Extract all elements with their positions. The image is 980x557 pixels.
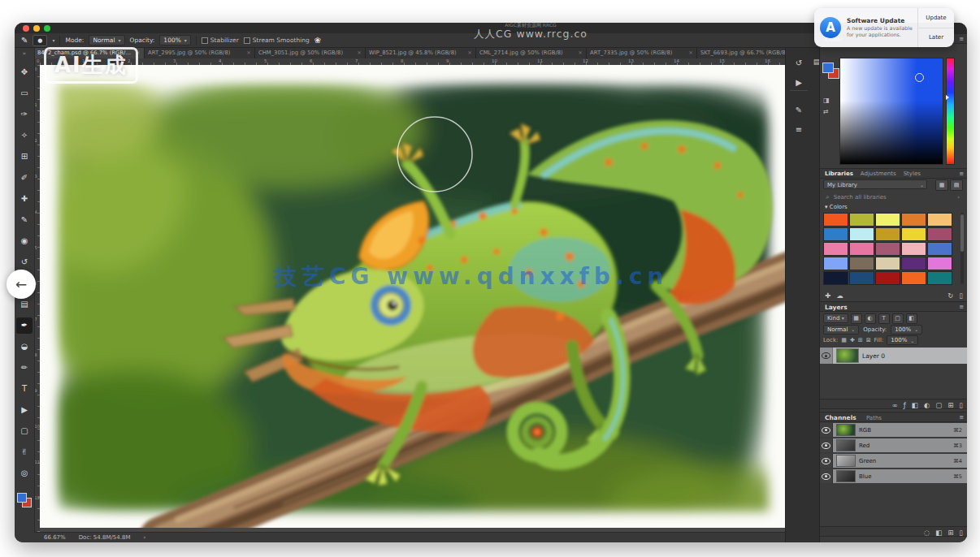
hand-tool[interactable]: ✌ [16, 444, 33, 460]
actions-icon[interactable]: ▶ [791, 76, 807, 90]
library-search[interactable]: ⌕ Search all libraries › [823, 192, 965, 202]
filter-kind-select[interactable]: Kind ▾ [823, 313, 848, 323]
clone-stamp-tool[interactable]: ◉ [16, 233, 33, 249]
document-tab[interactable]: SKT_6693.jpg @ 66.7% (RGB/8) *× [697, 48, 785, 58]
mask-icon[interactable]: ◧ [912, 400, 918, 411]
hue-slider[interactable] [946, 58, 955, 165]
scrollbar[interactable] [960, 213, 964, 284]
zoom-level[interactable]: 66.67% [44, 534, 66, 541]
history-icon[interactable]: ↺ [791, 56, 807, 71]
back-button[interactable]: ← [7, 270, 36, 299]
lock-all-icon[interactable]: ⊠ [866, 337, 871, 343]
crop-tool[interactable]: ⊞ [16, 149, 33, 165]
channel-row-rgb[interactable]: RGB⌘2 [820, 423, 967, 437]
channel-visibility-toggle[interactable] [820, 454, 833, 468]
close-icon[interactable]: × [578, 48, 583, 58]
notification-popup[interactable]: A Software Update A new update is availa… [814, 8, 954, 47]
document-tab[interactable]: ART_2995.jpg @ 50% (RGB/8)× [145, 48, 255, 58]
gradient-tool[interactable]: ▤ [16, 296, 33, 313]
new-channel-icon[interactable]: ⊞ [947, 528, 953, 538]
channel-row-green[interactable]: Green⌘4 [820, 454, 967, 468]
document-tab[interactable]: ART_7335.jpg @ 50% (RGB/8)× [587, 48, 697, 58]
marquee-tool[interactable]: ▭ [16, 85, 33, 101]
filter-adjustment-icon[interactable]: ◐ [865, 313, 876, 324]
smoothing-checkbox[interactable]: Stream Smoothing [244, 37, 310, 44]
layer-row[interactable]: Layer 0 [820, 348, 967, 364]
close-icon[interactable]: × [688, 48, 693, 58]
close-window-button[interactable] [23, 25, 29, 32]
chameleon-painting[interactable] [40, 65, 785, 528]
foreground-color-chip[interactable] [17, 493, 27, 503]
properties-icon[interactable]: ≡ [791, 123, 807, 137]
chevron-right-icon[interactable]: › [957, 192, 960, 202]
healing-brush-tool[interactable]: ✚ [16, 191, 33, 207]
sync-icon[interactable]: ↻ [947, 291, 953, 300]
document-tab[interactable]: CHM_3051.jpg @ 50% (RGB/8)× [255, 48, 366, 58]
channel-row-red[interactable]: Red⌘3 [820, 438, 967, 452]
move-tool[interactable]: ✥ [16, 64, 33, 80]
link-icon[interactable]: ∞ [892, 400, 898, 411]
library-select[interactable]: My Library ⌄ [823, 179, 927, 189]
zoom-tool[interactable]: ◎ [16, 465, 33, 481]
layer-fill-select[interactable]: 100% ⌄ [887, 335, 918, 345]
color-swatch[interactable] [901, 257, 926, 270]
filter-shape-icon[interactable]: ▢ [892, 313, 904, 324]
filter-smart-icon[interactable]: ◧ [906, 313, 917, 324]
later-button[interactable]: Later [918, 28, 954, 48]
delete-icon[interactable]: ▯ [959, 291, 963, 300]
color-swatch[interactable] [901, 213, 926, 227]
type-tool[interactable]: T [16, 381, 33, 397]
lock-transparency-icon[interactable]: ▦ [841, 337, 847, 343]
swap-colors-icon[interactable]: ⇄ [823, 108, 829, 115]
layer-visibility-toggle[interactable] [820, 348, 833, 364]
cloud-sync-icon[interactable]: ☁ [836, 291, 843, 300]
brush-tool[interactable]: ✎ [16, 212, 33, 228]
panel-menu-icon[interactable]: ≡ [959, 302, 964, 313]
magic-wand-tool[interactable]: ✧ [16, 127, 33, 144]
pen-tool[interactable]: ✏ [16, 360, 33, 376]
grid-view-button[interactable]: ▦ [935, 179, 948, 191]
path-selection-tool[interactable]: ▶ [16, 402, 33, 418]
color-swatch[interactable] [823, 257, 848, 270]
layer-blend-mode-select[interactable]: Normal ⌄ [823, 325, 859, 335]
sliders-icon[interactable]: ◨ [823, 97, 830, 104]
channel-visibility-toggle[interactable] [820, 423, 833, 437]
delete-channel-icon[interactable]: ▯ [959, 528, 963, 538]
collapse-toolbar-icon[interactable]: » [15, 50, 34, 57]
maximize-window-button[interactable] [44, 25, 50, 32]
color-swatch[interactable] [875, 242, 900, 256]
color-swatch[interactable] [875, 257, 900, 270]
color-swatch[interactable] [927, 257, 952, 270]
color-swatch[interactable] [875, 213, 900, 227]
color-swatch[interactable] [901, 227, 926, 241]
document-tab[interactable]: CML_2714.jpg @ 50% (RGB/8)× [476, 48, 587, 58]
brush-settings-icon[interactable]: ✎ [791, 103, 807, 118]
close-icon[interactable]: × [246, 48, 251, 58]
status-chevron-icon[interactable]: › [143, 534, 145, 541]
lock-position-icon[interactable]: ⊞ [858, 337, 863, 343]
tab-styles[interactable]: Styles [904, 169, 921, 178]
lock-pixels-icon[interactable]: ✚ [850, 337, 855, 343]
layer-opacity-select[interactable]: 100% ⌄ [891, 325, 922, 335]
document-tab[interactable]: WIP_8521.jpg @ 45.8% (RGB/8)× [366, 48, 476, 58]
color-swatch[interactable] [927, 213, 952, 227]
color-swatch[interactable] [823, 213, 848, 227]
channel-row-blue[interactable]: Blue⌘5 [820, 469, 967, 483]
colors-group-label[interactable]: ▾ Colors [825, 204, 848, 210]
panel-menu-icon[interactable]: ≡ [959, 169, 964, 179]
color-swatch[interactable] [849, 271, 874, 285]
channel-visibility-toggle[interactable] [820, 438, 833, 452]
chevron-down-icon[interactable]: ▾ [52, 37, 54, 43]
color-picker-cursor[interactable] [915, 73, 924, 82]
minimize-window-button[interactable] [33, 25, 40, 32]
eyedropper-tool[interactable]: ✐ [16, 170, 33, 186]
tab-paths[interactable]: Paths [866, 415, 882, 421]
add-icon[interactable]: ✚ [825, 291, 830, 300]
tab-libraries[interactable]: Libraries [825, 169, 853, 178]
color-swatch[interactable] [823, 271, 848, 285]
shape-tool[interactable]: ▢ [16, 423, 33, 439]
color-swatch[interactable] [901, 242, 926, 256]
blur-tool[interactable]: ◒ [16, 339, 33, 355]
color-swatch[interactable] [875, 227, 900, 241]
blend-mode-select[interactable]: Normal ▾ [89, 35, 124, 45]
